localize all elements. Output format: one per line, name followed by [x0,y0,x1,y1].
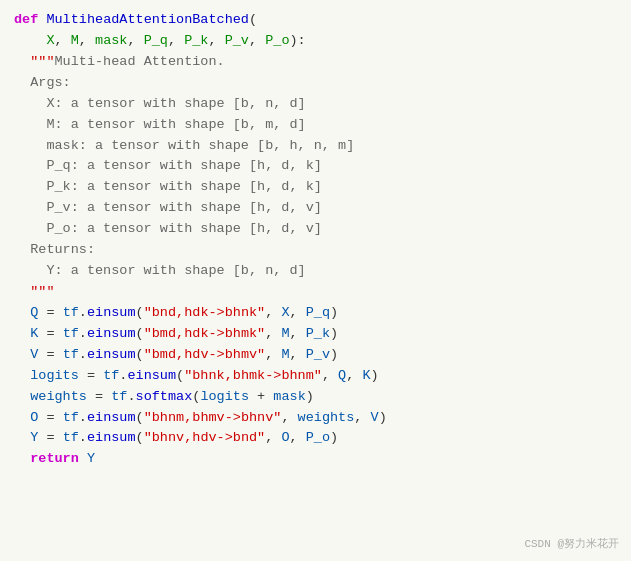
line-20: O = tf.einsum("bhnm,bhmv->bhnv", weights… [14,408,617,429]
line-15: Q = tf.einsum("bnd,hdk->bhnk", X, P_q) [14,303,617,324]
line-11: P_o: a tensor with shape [h, d, v] [14,219,617,240]
line-12: Returns: [14,240,617,261]
line-8: P_q: a tensor with shape [h, d, k] [14,156,617,177]
line-2: X, M, mask, P_q, P_k, P_v, P_o): [14,31,617,52]
line-16: K = tf.einsum("bmd,hdk->bhmk", M, P_k) [14,324,617,345]
line-10: P_v: a tensor with shape [h, d, v] [14,198,617,219]
line-4: Args: [14,73,617,94]
code-container: def MultiheadAttentionBatched( X, M, mas… [0,0,631,561]
line-22: return Y [14,449,617,470]
line-14: """ [14,282,617,303]
line-5: X: a tensor with shape [b, n, d] [14,94,617,115]
line-13: Y: a tensor with shape [b, n, d] [14,261,617,282]
line-3: """Multi-head Attention. [14,52,617,73]
line-17: V = tf.einsum("bmd,hdv->bhmv", M, P_v) [14,345,617,366]
line-1: def MultiheadAttentionBatched( [14,10,617,31]
line-6: M: a tensor with shape [b, m, d] [14,115,617,136]
line-9: P_k: a tensor with shape [h, d, k] [14,177,617,198]
line-18: logits = tf.einsum("bhnk,bhmk->bhnm", Q,… [14,366,617,387]
watermark: CSDN @努力米花开 [524,536,619,553]
line-21: Y = tf.einsum("bhnv,hdv->bnd", O, P_o) [14,428,617,449]
line-19: weights = tf.softmax(logits + mask) [14,387,617,408]
line-7: mask: a tensor with shape [b, h, n, m] [14,136,617,157]
